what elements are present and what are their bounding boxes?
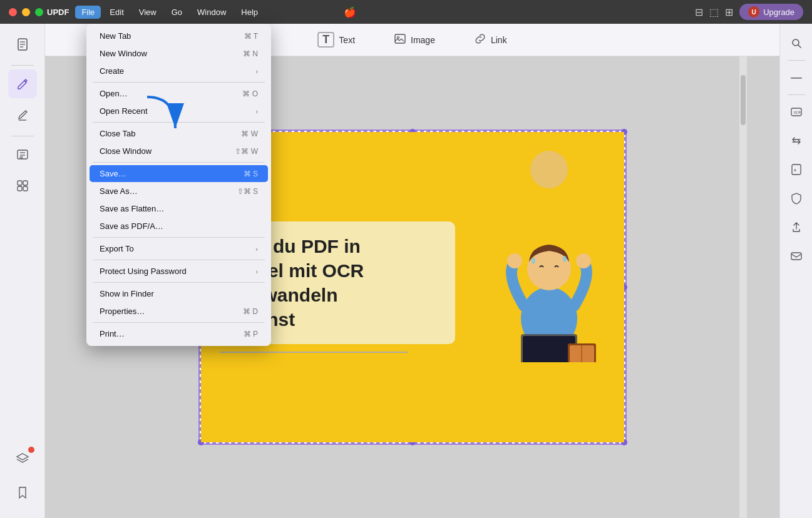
menu-item-export-to[interactable]: Export To›	[90, 240, 268, 257]
menu-item-label: Print…	[100, 329, 125, 338]
menu-item-show-in-finder[interactable]: Show in Finder	[90, 285, 268, 302]
menu-edit[interactable]: Edit	[103, 6, 130, 19]
menu-item-open-recent[interactable]: Open Recent›	[90, 103, 268, 119]
menu-item-new-tab[interactable]: New Tab⌘ T	[90, 28, 268, 44]
svg-point-19	[563, 256, 567, 262]
menu-separator	[93, 260, 265, 260]
pdfa-icon[interactable]: A	[784, 158, 808, 181]
sidebar-item-organize[interactable]	[8, 171, 37, 200]
menubar: File Edit View Go Window Help	[75, 6, 264, 19]
close-button[interactable]	[9, 8, 17, 16]
fullscreen-icon[interactable]: ⊞	[725, 6, 733, 18]
menu-item-label: Close Window	[100, 146, 152, 156]
app-brand: UPDF	[47, 8, 69, 17]
menu-item-close-window[interactable]: Close Window⇧⌘ W	[90, 143, 268, 160]
svg-text:OCR: OCR	[794, 110, 801, 114]
sidebar-bottom	[8, 444, 37, 518]
menu-item-save-[interactable]: Save…⌘ S	[90, 165, 268, 182]
search-right-icon[interactable]	[784, 31, 808, 55]
sidebar-item-form[interactable]	[8, 140, 37, 169]
menu-submenu-arrow: ›	[255, 245, 258, 253]
svg-rect-30	[791, 78, 802, 79]
menu-item-open-[interactable]: Open…⌘ O	[90, 85, 268, 102]
menu-separator	[93, 162, 265, 163]
badge-dot	[28, 447, 34, 453]
link-button[interactable]: Link	[464, 29, 517, 51]
menu-item-new-window[interactable]: New Window⌘ N	[90, 45, 268, 62]
menu-shortcut: ⌘ O	[242, 89, 258, 98]
upgrade-button[interactable]: U Upgrade	[739, 4, 803, 20]
menu-item-label: Save as Flatten…	[100, 204, 164, 213]
menu-shortcut: ⌘ P	[244, 330, 258, 338]
sidebar-divider-1	[11, 65, 34, 66]
menu-separator	[93, 122, 265, 123]
menu-item-label: Protect Using Password	[100, 267, 187, 276]
menu-item-label: Export To	[100, 244, 134, 253]
titlebar: 🍎 UPDF File Edit View Go Window Help ⊟ ⬚…	[0, 0, 812, 24]
sidebar-divider-2	[11, 136, 34, 136]
menu-file[interactable]: File	[75, 6, 101, 19]
svg-rect-11	[18, 186, 22, 191]
convert-icon[interactable]	[784, 129, 808, 153]
menu-view[interactable]: View	[133, 6, 163, 19]
sidebar-item-layers[interactable]	[8, 444, 37, 473]
menu-item-label: Open Recent	[100, 106, 148, 116]
menu-item-save-as-[interactable]: Save As…⇧⌘ S	[90, 183, 268, 200]
text-label: Text	[339, 35, 355, 45]
share-icon[interactable]	[784, 215, 808, 239]
apple-logo: 🍎	[344, 6, 356, 18]
scroll-thumb[interactable]	[741, 75, 746, 125]
menu-item-label: New Tab	[100, 31, 131, 41]
menu-shortcut: ⌘ D	[243, 307, 258, 316]
svg-rect-12	[23, 186, 28, 191]
menu-shortcut: ⌘ N	[243, 49, 258, 58]
upgrade-avatar: U	[748, 6, 759, 18]
menu-shortcut: ⇧⌘ W	[235, 147, 258, 156]
pdf-divider-line	[220, 352, 408, 353]
window-controls-icon[interactable]: ⬚	[709, 6, 719, 18]
mail-icon[interactable]	[784, 244, 808, 268]
menu-window[interactable]: Window	[191, 6, 232, 19]
svg-point-18	[532, 258, 535, 264]
svg-rect-23	[523, 336, 575, 362]
left-sidebar	[0, 24, 45, 518]
menu-item-save-as-pdf-a-[interactable]: Save as PDF/A…	[90, 218, 268, 235]
menu-item-label: Save As…	[100, 186, 138, 196]
character-svg	[486, 212, 612, 362]
svg-text:A: A	[794, 168, 796, 172]
menu-item-label: Properties…	[100, 307, 145, 316]
svg-rect-8	[20, 157, 23, 158]
menu-help[interactable]: Help	[235, 6, 264, 19]
sidebar-item-reader[interactable]	[8, 30, 37, 59]
maximize-button[interactable]	[35, 8, 43, 16]
scroll-track[interactable]	[739, 56, 747, 518]
sidebar-item-edit[interactable]	[8, 69, 37, 98]
svg-rect-9	[18, 181, 22, 185]
menu-shortcut: ⇧⌘ S	[237, 187, 258, 196]
menu-shortcut: ⌘ W	[241, 130, 258, 138]
menu-item-properties-[interactable]: Properties…⌘ D	[90, 303, 268, 320]
protect-icon[interactable]	[784, 186, 808, 210]
image-icon	[394, 33, 406, 47]
upgrade-label: Upgrade	[763, 8, 794, 17]
menu-item-protect-using-password[interactable]: Protect Using Password›	[90, 263, 268, 280]
menu-item-close-tab[interactable]: Close Tab⌘ W	[90, 125, 268, 142]
minimize-button[interactable]	[22, 8, 30, 16]
menu-item-save-as-flatten-[interactable]: Save as Flatten…	[90, 200, 268, 217]
menu-separator	[93, 82, 265, 83]
svg-rect-10	[23, 181, 28, 185]
ocr-icon[interactable]: OCR	[784, 100, 808, 124]
menubar-extra-icon[interactable]: ⊟	[695, 6, 703, 18]
sidebar-item-annotate[interactable]	[8, 101, 37, 130]
menu-item-label: Open…	[100, 89, 128, 98]
menu-item-label: Close Tab	[100, 129, 136, 138]
zoom-icon[interactable]	[784, 66, 808, 89]
menu-go[interactable]: Go	[165, 6, 188, 19]
titlebar-right: ⊟ ⬚ ⊞ U Upgrade	[695, 4, 812, 20]
sidebar-item-bookmark[interactable]	[8, 478, 37, 507]
menu-item-create[interactable]: Create›	[90, 63, 268, 79]
image-button[interactable]: Image	[384, 29, 445, 51]
link-label: Link	[491, 35, 507, 45]
text-button[interactable]: T Text	[307, 28, 365, 51]
menu-item-print-[interactable]: Print…⌘ P	[90, 325, 268, 342]
